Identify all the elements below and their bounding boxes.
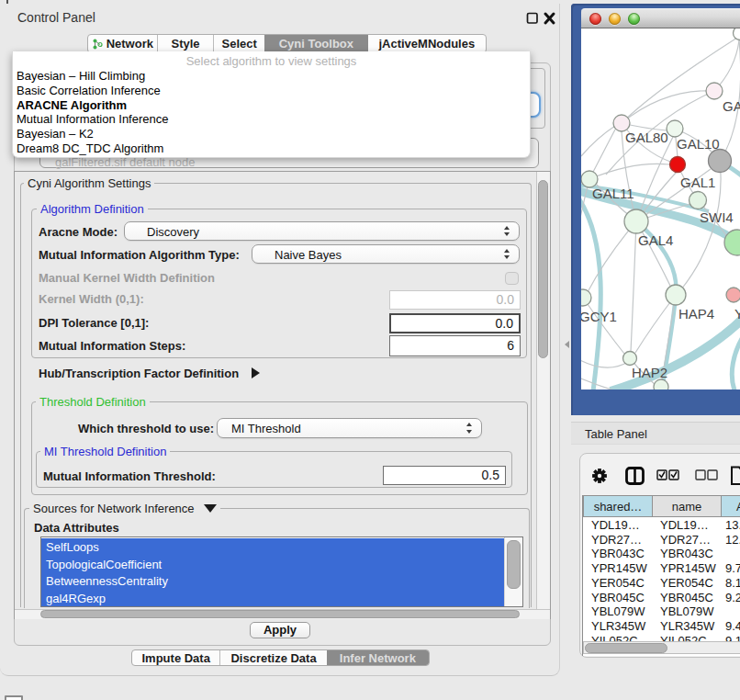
svg-text:YJ: YJ [734,306,740,322]
svg-text:GAL11: GAL11 [592,186,634,201]
svg-text:GAL80: GAL80 [625,130,668,145]
svg-text:GAL2: GAL2 [723,98,740,114]
svg-text:GAL1: GAL1 [680,175,715,190]
svg-text:GCY1: GCY1 [581,309,617,324]
svg-text:HAP4: HAP4 [678,306,714,322]
svg-text:GAL4: GAL4 [638,232,673,248]
svg-text:SWI4: SWI4 [700,209,734,225]
svg-text:GAL10: GAL10 [677,136,720,152]
svg-text:HAP2: HAP2 [632,365,667,380]
